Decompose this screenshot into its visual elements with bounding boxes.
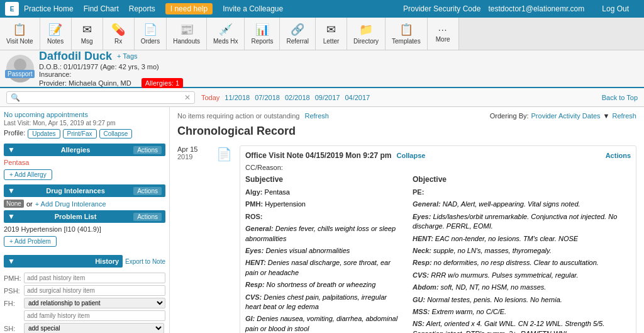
objective-title: Objective: [413, 175, 631, 184]
fh-relationship-select[interactable]: add relationship to patient: [24, 298, 165, 308]
rx-icon: 💊: [111, 23, 125, 37]
visit-body: Office Visit Note 04/15/2019 Mon 9:27 pm…: [240, 145, 636, 333]
problem-list-title: Problem List: [55, 213, 97, 220]
toolbar-handouts[interactable]: 📰 Handouts: [167, 18, 207, 50]
toolbar-visit-note-label: Visit Note: [6, 38, 33, 45]
notes-icon: 📝: [48, 23, 62, 37]
pe-label: PE:: [413, 188, 631, 197]
toolbar-reports-label: Reports: [251, 38, 273, 45]
ordering-value-link[interactable]: Provider Activity Dates: [531, 112, 601, 120]
history-section-header: ▼ History: [4, 255, 123, 268]
search-icon: 🔍: [11, 93, 20, 102]
problem-list-actions-btn[interactable]: Actions: [133, 213, 162, 221]
subjective-col: Subjective Algy: Pentasa PMH: Hypertensi…: [245, 175, 402, 333]
visit-title: Office Visit Note 04/15/2019 Mon 9:27 pm: [245, 151, 392, 160]
objective-col: Objective PE: General: NAD, Alert, well-…: [413, 175, 631, 333]
logout-btn[interactable]: Log Out: [602, 4, 629, 13]
timeline-nav: 🔍 ✕ Today 11/2018 07/2018 02/2018 09/201…: [0, 88, 644, 107]
timeline-date-3[interactable]: 02/2018: [285, 94, 310, 101]
profile-updates-btn[interactable]: Updates: [28, 129, 60, 138]
main-layout: No upcoming appointments Last Visit: Mon…: [0, 107, 644, 333]
ros-label: ROS:: [245, 212, 402, 222]
pe-mss: MSS: Extrem warm, no C/C/E.: [413, 307, 631, 317]
nav-need-help[interactable]: I need help: [165, 3, 213, 14]
toolbar-referral[interactable]: 🔗 Referral: [280, 18, 316, 50]
last-visit: Last Visit: Mon, Apr 15, 2019 at 9:27 pm: [4, 120, 165, 127]
toolbar-rx[interactable]: 💊 Rx: [103, 18, 135, 50]
user-account[interactable]: testdoctor1@elationemr.com: [488, 4, 584, 13]
ros-gi: GI: Denies nausea, vomiting, diarrhea, a…: [245, 314, 402, 333]
visit-date-day: Apr 15: [177, 145, 209, 153]
templates-icon: 📋: [399, 23, 413, 37]
toolbar-visit-note[interactable]: 📋 Visit Note: [0, 18, 40, 50]
psh-input[interactable]: [24, 285, 165, 296]
drug-or-text: or: [26, 200, 33, 208]
allergy-badge[interactable]: Allergies: 1: [142, 78, 183, 88]
pe-neck: Neck: supple, no LN's, masses, thyromega…: [413, 246, 631, 256]
toolbar-templates[interactable]: 📋 Templates: [386, 18, 428, 50]
drug-intolerances-title: Drug Intolerances: [46, 187, 105, 195]
ros-cvs: CVS: Denies chest pain, palpitations, ir…: [245, 293, 402, 312]
nav-invite[interactable]: Invite a Colleague: [223, 4, 283, 13]
app-logo: E: [5, 2, 19, 16]
timeline-date-4[interactable]: 09/2017: [315, 94, 340, 101]
allergy-pentasa: Pentasa: [4, 159, 165, 166]
tags-btn[interactable]: + Tags: [117, 52, 138, 60]
chronological-title: Chronological Record: [177, 125, 636, 138]
ros-general: General: Denies fever, chills weight los…: [245, 224, 402, 244]
allergies-title: Allergies: [61, 146, 90, 154]
fh-input[interactable]: [24, 310, 165, 321]
history-header: ▼ History Export to Note: [4, 252, 165, 270]
collapse-btn[interactable]: Collapse: [397, 152, 426, 159]
visit-actions-link[interactable]: Actions: [606, 152, 631, 159]
patient-provider: Provider: Michaela Quinn, MD: [39, 79, 131, 87]
security-code: Provider Security Code: [403, 4, 480, 13]
top-nav: E Practice Home Find Chart Reports I nee…: [0, 0, 644, 18]
clear-search-icon[interactable]: ✕: [184, 93, 191, 102]
refresh-action-btn[interactable]: Refresh: [304, 112, 329, 120]
pe-cvs: CVS: RRR w/o murmurs. Pulses symmetrical…: [413, 271, 631, 280]
visit-note-icon: 📋: [13, 23, 26, 37]
toolbar-more[interactable]: ··· More: [428, 18, 459, 50]
pe-abdom: Abdom: soft, ND, NT, no HSM, no masses.: [413, 283, 631, 292]
toolbar-letter[interactable]: ✉ Letter: [316, 18, 347, 50]
toolbar-notes[interactable]: 📝 Notes: [40, 18, 72, 50]
toolbar-referral-label: Referral: [286, 38, 309, 45]
add-problem-btn[interactable]: + Add Problem: [4, 236, 57, 247]
timeline-date-2[interactable]: 07/2018: [255, 94, 280, 101]
pe-eyes: Eyes: Lids/lashes/orbit unremarkable. Co…: [413, 212, 631, 232]
back-to-top-btn[interactable]: Back to Top: [602, 94, 638, 101]
profile-label: Profile:: [4, 129, 25, 138]
profile-collapse-btn[interactable]: Collapse: [99, 129, 133, 138]
more-icon: ···: [438, 25, 448, 35]
export-note-btn[interactable]: Export to Note: [125, 258, 165, 265]
directory-icon: 📁: [359, 23, 373, 37]
toolbar-orders[interactable]: 📄 Orders: [135, 18, 167, 50]
toolbar-reports[interactable]: 📊 Reports: [245, 18, 280, 50]
timeline-today[interactable]: Today: [201, 94, 219, 101]
timeline-date-5[interactable]: 04/2017: [345, 94, 370, 101]
timeline-search-box: 🔍 ✕: [6, 91, 195, 104]
ordering-refresh-btn[interactable]: Refresh: [612, 112, 636, 120]
pmh-input[interactable]: [24, 273, 165, 283]
problem-list-arrow-icon: ▼: [8, 212, 15, 221]
allergies-actions-btn[interactable]: Actions: [133, 146, 162, 154]
toolbar-meds-hx[interactable]: 💉 Meds Hx: [207, 18, 245, 50]
sh-special-select[interactable]: add special: [24, 323, 164, 333]
nav-find-chart[interactable]: Find Chart: [84, 4, 119, 13]
chevron-down-icon: ▼: [603, 112, 610, 120]
nav-reports[interactable]: Reports: [129, 4, 155, 13]
timeline-date-1[interactable]: 11/2018: [225, 94, 250, 101]
pe-general: General: NAD, Alert, well-appearing. Vit…: [413, 200, 631, 209]
timeline-search-input[interactable]: [23, 94, 184, 101]
right-content: No items requiring action or outstanding…: [170, 107, 644, 333]
pe-ns: NS: Alert, oriented x 4. Gait WNL. CN 2-…: [413, 319, 631, 333]
nav-practice-home[interactable]: Practice Home: [24, 4, 74, 13]
add-drug-intolerance-btn[interactable]: + Add Drug Intolerance: [35, 200, 106, 208]
toolbar-msg[interactable]: ✉ Msg: [72, 18, 103, 50]
profile-actions: Profile: Updates Print/Fax Collapse: [4, 129, 165, 138]
profile-printfax-btn[interactable]: Print/Fax: [63, 129, 97, 138]
drug-intolerances-actions-btn[interactable]: Actions: [133, 187, 162, 195]
add-allergy-btn[interactable]: + Add Allergy: [4, 169, 52, 180]
toolbar-directory[interactable]: 📁 Directory: [347, 18, 386, 50]
